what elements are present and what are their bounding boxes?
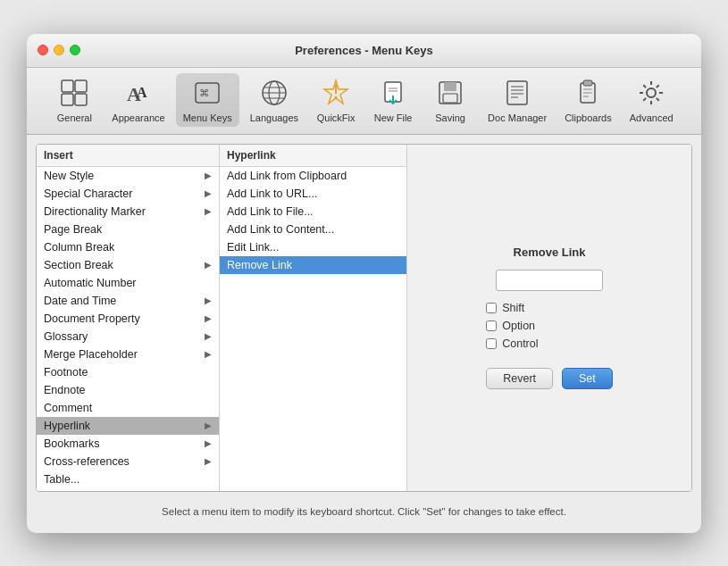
svg-text:⌘: ⌘	[200, 85, 209, 102]
menu-item-columnbreak[interactable]: Column Break	[37, 238, 219, 256]
traffic-lights	[38, 45, 80, 55]
content-area: Insert New Style ▶ Special Character ▶ D…	[27, 135, 701, 533]
menu-item-directionality[interactable]: Directionality Marker ▶	[37, 203, 219, 221]
close-button[interactable]	[38, 45, 48, 55]
menu-item-datetime[interactable]: Date and Time ▶	[37, 292, 219, 310]
revert-button[interactable]: Revert	[486, 368, 553, 389]
menu-item-autonumber[interactable]: Automatic Number	[37, 274, 219, 292]
minimize-button[interactable]	[54, 45, 64, 55]
svg-line-38	[644, 85, 647, 87]
arrow-icon: ▶	[205, 206, 212, 216]
svg-rect-0	[62, 80, 73, 92]
arrow-icon: ▶	[205, 313, 212, 323]
docmanager-icon	[501, 77, 533, 109]
toolbar-languages-label: Languages	[250, 112, 298, 123]
toolbar-clipboards-label: Clipboards	[565, 112, 612, 123]
advanced-icon	[635, 77, 667, 109]
checkbox-shift-input[interactable]	[486, 303, 497, 313]
checkbox-control[interactable]: Control	[486, 337, 538, 350]
shortcut-input[interactable]	[496, 270, 603, 291]
arrow-icon: ▶	[205, 349, 212, 359]
svg-rect-3	[75, 94, 87, 105]
appearance-icon: A A	[122, 77, 155, 109]
menu-item-comment[interactable]: Comment	[37, 399, 219, 417]
menu-item-bookmarks[interactable]: Bookmarks ▶	[37, 435, 219, 453]
general-icon	[58, 77, 90, 109]
svg-rect-1	[75, 80, 87, 92]
status-bar: Select a menu item to modify its keyboar…	[36, 499, 692, 524]
toolbar-quickfix-label: QuickFix	[317, 112, 356, 123]
svg-point-15	[335, 96, 338, 98]
shortcut-title: Remove Link	[514, 246, 586, 259]
menu-item-table[interactable]: Table...	[37, 470, 219, 488]
toolbar-item-newfile[interactable]: New File	[366, 73, 420, 127]
menu-item-endnote[interactable]: Endnote	[37, 381, 219, 399]
menu-item-footnote[interactable]: Footnote	[37, 363, 219, 381]
quickfix-icon	[320, 77, 352, 109]
toolbar-docmanager-label: Doc Manager	[488, 112, 547, 123]
checkbox-option[interactable]: Option	[486, 320, 538, 332]
set-button[interactable]: Set	[562, 368, 613, 389]
arrow-icon: ▶	[205, 171, 212, 180]
middle-pane: Hyperlink Add Link from Clipboard Add Li…	[220, 145, 407, 491]
middle-item-addlinkfile[interactable]: Add Link to File...	[220, 203, 406, 221]
toolbar-newfile-label: New File	[374, 112, 413, 123]
arrow-icon: ▶	[205, 456, 212, 466]
saving-icon	[434, 77, 466, 109]
middle-item-removelink[interactable]: Remove Link	[220, 256, 406, 274]
menu-item-mergeplaceholder[interactable]: Merge Placeholder ▶	[37, 345, 219, 363]
newfile-icon	[377, 77, 409, 109]
toolbar-item-languages[interactable]: Languages	[243, 73, 305, 127]
checkbox-control-input[interactable]	[486, 338, 497, 349]
menu-item-sectionbreak[interactable]: Section Break ▶	[37, 256, 219, 274]
middle-item-addlinkclipboard[interactable]: Add Link from Clipboard	[220, 167, 406, 185]
menu-item-hyperlink[interactable]: Hyperlink ▶	[37, 417, 219, 435]
svg-line-40	[657, 85, 659, 87]
middle-item-editlink[interactable]: Edit Link...	[220, 238, 406, 256]
toolbar: General A A Appearance ⌘ Menu Keys	[27, 68, 701, 135]
svg-line-41	[644, 97, 647, 100]
checkbox-group: Shift Option Control	[486, 302, 538, 350]
menu-item-image[interactable]: Image...	[37, 488, 219, 491]
toolbar-saving-label: Saving	[435, 112, 465, 123]
maximize-button[interactable]	[70, 45, 80, 55]
arrow-icon: ▶	[205, 260, 212, 270]
toolbar-general-label: General	[57, 112, 92, 123]
svg-line-39	[657, 97, 659, 100]
menu-item-glossary[interactable]: Glossary ▶	[37, 328, 219, 345]
arrow-icon: ▶	[205, 295, 212, 305]
menu-item-crossreferences[interactable]: Cross-references ▶	[37, 453, 219, 470]
svg-rect-22	[443, 94, 457, 103]
toolbar-item-menukeys[interactable]: ⌘ Menu Keys	[176, 73, 239, 127]
arrow-icon: ▶	[205, 438, 212, 448]
svg-point-33	[647, 88, 656, 97]
arrow-icon: ▶	[205, 420, 212, 430]
titlebar: Preferences - Menu Keys	[27, 34, 701, 68]
toolbar-item-saving[interactable]: Saving	[423, 73, 477, 127]
svg-rect-29	[583, 80, 592, 86]
checkbox-option-input[interactable]	[486, 320, 497, 331]
toolbar-item-appearance[interactable]: A A Appearance	[105, 73, 172, 127]
menu-item-newstyle[interactable]: New Style ▶	[37, 167, 219, 185]
right-pane: Remove Link Shift Option C	[407, 145, 691, 491]
middle-item-addlinkurl[interactable]: Add Link to URL...	[220, 185, 406, 203]
middle-pane-header: Hyperlink	[220, 145, 406, 167]
toolbar-appearance-label: Appearance	[112, 112, 164, 123]
arrow-icon: ▶	[205, 331, 212, 341]
left-pane-header: Insert	[37, 145, 219, 167]
toolbar-item-quickfix[interactable]: QuickFix	[309, 73, 363, 127]
toolbar-item-clipboards[interactable]: Clipboards	[557, 73, 619, 127]
menu-item-pagebreak[interactable]: Page Break	[37, 221, 219, 238]
clipboards-icon	[572, 77, 604, 109]
button-row: Revert Set	[486, 368, 613, 389]
middle-item-addlinkcontent[interactable]: Add Link to Content...	[220, 221, 406, 238]
window-title: Preferences - Menu Keys	[295, 44, 433, 57]
preferences-window: Preferences - Menu Keys General A A	[27, 34, 701, 533]
arrow-icon: ▶	[205, 188, 212, 198]
toolbar-item-docmanager[interactable]: Doc Manager	[481, 73, 554, 127]
menu-item-specialchar[interactable]: Special Character ▶	[37, 185, 219, 203]
menu-item-docproperty[interactable]: Document Property ▶	[37, 310, 219, 328]
toolbar-item-general[interactable]: General	[47, 73, 101, 127]
toolbar-item-advanced[interactable]: Advanced	[623, 73, 681, 127]
checkbox-shift[interactable]: Shift	[486, 302, 538, 314]
